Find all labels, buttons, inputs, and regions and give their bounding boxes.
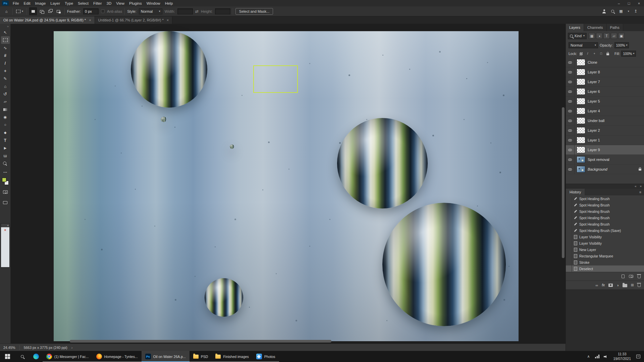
delete-state-button[interactable] <box>638 275 641 278</box>
panel-tab-channels[interactable]: Channels <box>584 24 606 31</box>
history-step-spot-healing-brush[interactable]: Spot Healing Brush <box>566 221 644 227</box>
menu-edit[interactable]: Edit <box>21 0 33 6</box>
history-step-rectangular-marquee[interactable]: Rectangular Marquee <box>566 253 644 259</box>
layer-row-clone[interactable]: Clone <box>566 58 644 67</box>
layer-effects-button[interactable]: fx <box>602 283 605 287</box>
tab-close-icon[interactable]: × <box>89 18 91 22</box>
tool-spot-healing[interactable] <box>1 67 10 75</box>
filter-adjustment-layers-button[interactable]: ◑ <box>596 33 602 39</box>
tool-pen[interactable] <box>1 129 10 136</box>
vertical-scrollbar[interactable] <box>561 24 565 344</box>
blend-mode-dropdown[interactable]: Normal ▾ <box>569 42 598 48</box>
visibility-toggle[interactable] <box>566 58 575 67</box>
panel-tab-paths[interactable]: Paths <box>607 24 623 31</box>
tool-eraser[interactable] <box>1 98 10 106</box>
height-input[interactable] <box>215 8 230 14</box>
history-source-checkbox[interactable] <box>566 221 572 227</box>
volume-icon[interactable] <box>601 351 610 362</box>
history-step-spot-healing-brush-save[interactable]: Spot Healing Brush (Save) <box>566 227 644 234</box>
menu-help[interactable]: Help <box>163 0 175 6</box>
menu-view[interactable]: View <box>114 0 127 6</box>
taskbar-app-psd-folder[interactable]: PSD <box>190 351 212 362</box>
lock-artboard-button[interactable]: □ <box>598 51 604 56</box>
hidden-icons-chevron[interactable]: ∧ <box>584 351 593 362</box>
add-layer-mask-button[interactable] <box>608 284 613 287</box>
current-tool-preset[interactable]: ▾ <box>15 10 24 13</box>
menu-filter[interactable]: Filter <box>91 0 104 6</box>
lock-image-pixels-button[interactable]: / <box>585 51 590 56</box>
horizontal-scrollbar[interactable] <box>11 339 566 343</box>
menu-layer[interactable]: Layer <box>48 0 62 6</box>
taskbar-app-edge[interactable] <box>30 351 43 362</box>
share-export-icon[interactable]: ↥ <box>634 9 637 13</box>
swap-width-height-icon[interactable]: ⇄ <box>195 9 199 14</box>
taskbar-app-photoshop-doc[interactable]: Oil on Water 26A.p... <box>142 351 190 362</box>
screen-mode-button[interactable] <box>1 199 10 206</box>
history-source-checkbox[interactable] <box>566 253 572 259</box>
close-button[interactable]: × <box>634 0 644 6</box>
tool-blur[interactable] <box>1 113 10 121</box>
status-arrow-icon[interactable]: › <box>71 346 73 350</box>
history-step-deselect[interactable]: Deselect <box>566 265 644 272</box>
layer-thumbnail[interactable] <box>577 78 585 85</box>
new-group-button[interactable] <box>623 283 627 287</box>
taskbar-clock[interactable]: 11:33 19/07/2021 <box>610 352 634 361</box>
layer-row-background[interactable]: Background <box>566 165 644 174</box>
chevron-down-icon[interactable]: ▾ <box>628 10 629 13</box>
history-panel-tab[interactable]: History <box>566 189 585 195</box>
visibility-toggle[interactable] <box>566 116 575 125</box>
tool-dodge[interactable] <box>1 121 10 129</box>
history-step-new-layer[interactable]: New Layer <box>566 246 644 253</box>
panel-tab-layers[interactable]: Layers <box>566 24 584 31</box>
new-selection-button[interactable] <box>29 7 37 15</box>
layer-thumbnail[interactable] <box>577 59 585 66</box>
tool-brush[interactable] <box>1 75 10 82</box>
maximize-button[interactable]: □ <box>624 0 634 6</box>
fill-value[interactable]: 100% ▾ <box>621 51 636 57</box>
tool-rectangular-marquee[interactable] <box>1 36 10 44</box>
filter-type-layers-button[interactable]: T <box>603 33 610 39</box>
mini-panel-close-icon[interactable]: × <box>7 224 9 227</box>
taskbar-search-button[interactable] <box>15 351 30 362</box>
intersect-selection-button[interactable] <box>54 7 62 15</box>
visibility-toggle[interactable] <box>566 155 575 164</box>
layer-row-layer-9[interactable]: Layer 9 <box>566 145 644 155</box>
tool-gradient[interactable] <box>1 106 10 113</box>
history-source-checkbox[interactable] <box>566 246 572 253</box>
share-user-icon[interactable] <box>602 9 606 13</box>
home-button[interactable]: ⌂ <box>3 7 10 15</box>
visibility-toggle[interactable] <box>566 87 575 96</box>
collapse-panel-icon[interactable]: « <box>635 185 636 188</box>
history-step-layer-visibility[interactable]: Layer Visibility <box>566 234 644 240</box>
history-step-spot-healing-brush[interactable]: Spot Healing Brush <box>566 215 644 221</box>
history-step-spot-healing-brush[interactable]: Spot Healing Brush <box>566 202 644 208</box>
delete-layer-button[interactable] <box>638 283 641 287</box>
lock-position-button[interactable]: + <box>592 51 597 56</box>
history-step-spot-healing-brush[interactable]: Spot Healing Brush <box>566 208 644 215</box>
visibility-toggle[interactable] <box>566 97 575 106</box>
visibility-toggle[interactable] <box>566 67 575 77</box>
menu-image[interactable]: Image <box>33 0 48 6</box>
add-to-selection-button[interactable] <box>38 7 45 15</box>
start-button[interactable] <box>0 351 15 362</box>
layer-row-layer-4[interactable]: Layer 4 <box>566 106 644 116</box>
new-document-from-state-button[interactable] <box>622 275 625 278</box>
vertical-scrollbar-thumb[interactable] <box>562 107 565 258</box>
layer-thumbnail[interactable] <box>577 156 585 163</box>
document-canvas[interactable] <box>54 31 519 341</box>
layer-thumbnail[interactable] <box>577 166 585 173</box>
feather-input[interactable] <box>83 8 99 14</box>
subtract-from-selection-button[interactable] <box>46 7 54 15</box>
menu-type[interactable]: Type <box>62 0 75 6</box>
tool-lasso[interactable] <box>1 44 10 52</box>
history-source-checkbox[interactable] <box>566 227 572 234</box>
menu-3d[interactable]: 3D <box>104 0 114 6</box>
quick-mask-button[interactable] <box>1 188 10 196</box>
menu-plugins[interactable]: Plugins <box>127 0 144 6</box>
history-source-checkbox[interactable] <box>566 202 572 208</box>
history-source-checkbox[interactable] <box>566 208 572 215</box>
new-layer-button[interactable]: ⊞ <box>631 283 634 287</box>
link-layers-button[interactable]: ∞ <box>595 283 598 287</box>
toolbar-collapse-icon[interactable]: » <box>7 24 9 28</box>
history-source-checkbox[interactable] <box>566 240 572 246</box>
